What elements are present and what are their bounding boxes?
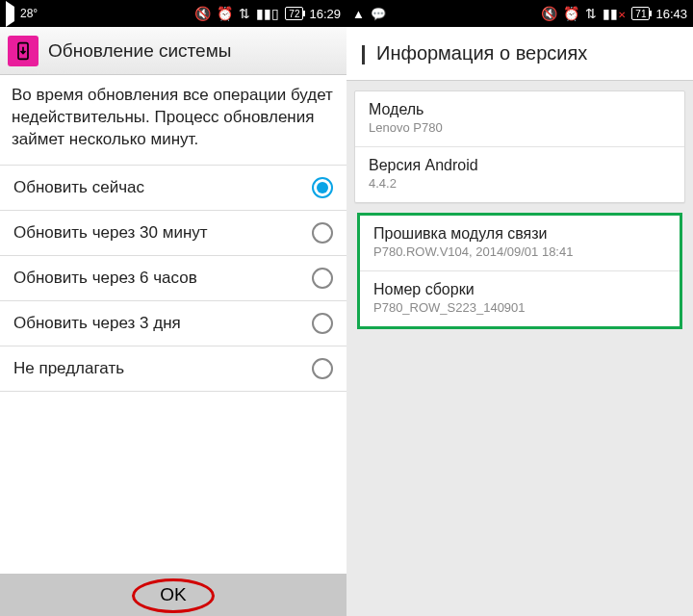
row-label: Прошивка модуля связи (373, 225, 666, 243)
radio-icon (312, 177, 333, 198)
ok-button[interactable]: OK (0, 574, 346, 616)
app-header: Информация о версиях (346, 27, 693, 81)
page-title: Обновление системы (48, 40, 231, 62)
battery-icon: 71 (631, 7, 650, 20)
row-label: Модель (369, 101, 671, 118)
row-baseband[interactable]: Прошивка модуля связи P780.ROW.V104, 201… (360, 216, 680, 271)
option-update-3d[interactable]: Обновить через 3 дня (0, 301, 346, 346)
row-label: Версия Android (369, 157, 671, 174)
alarm-icon: ⏰ (217, 7, 233, 20)
row-android-version[interactable]: Версия Android 4.4.2 (355, 147, 684, 202)
option-label: Обновить через 3 дня (13, 314, 181, 333)
volume-mute-icon: 🔇 (194, 7, 211, 20)
card-group-basic: Модель Lenovo P780 Версия Android 4.4.2 (354, 90, 685, 203)
option-update-6h[interactable]: Обновить через 6 часов (0, 256, 346, 301)
system-update-icon (8, 36, 38, 66)
option-update-30min[interactable]: Обновить через 30 минут (0, 211, 346, 256)
row-value: Lenovo P780 (369, 120, 671, 135)
row-value: P780.ROW.V104, 2014/09/01 18:41 (373, 244, 666, 259)
status-bar: 28° 🔇 ⏰ ⇅ ▮▮▯ 72 16:29 (0, 0, 346, 27)
ok-label: OK (160, 584, 186, 605)
volume-mute-icon: 🔇 (541, 7, 557, 20)
play-icon (6, 7, 14, 21)
highlighted-group: Прошивка модуля связи P780.ROW.V104, 201… (357, 213, 682, 329)
row-build-number[interactable]: Номер сборки P780_ROW_S223_140901 (360, 271, 680, 326)
chevron-left-icon (362, 45, 365, 64)
clock: 16:29 (309, 7, 341, 21)
signal-icon: ▮▮▯ (256, 7, 279, 20)
row-value: 4.4.2 (369, 176, 671, 191)
alarm-icon: ⏰ (563, 7, 579, 20)
clock: 16:43 (655, 7, 687, 21)
phone-left: 28° 🔇 ⏰ ⇅ ▮▮▯ 72 16:29 Обновление систем… (0, 0, 346, 616)
option-label: Обновить сейчас (13, 178, 144, 197)
update-options-list: Обновить сейчас Обновить через 30 минут … (0, 165, 346, 392)
temperature: 28° (20, 7, 38, 20)
intro-text: Во время обновления все операции будет н… (0, 75, 346, 165)
row-value: P780_ROW_S223_140901 (373, 300, 666, 315)
chat-icon: 💬 (371, 7, 386, 21)
radio-icon (312, 222, 333, 244)
warning-icon: ▲ (352, 7, 365, 21)
option-update-now[interactable]: Обновить сейчас (0, 166, 346, 211)
app-header: Обновление системы (0, 27, 346, 75)
radio-icon (312, 313, 333, 334)
page-title: Информация о версиях (376, 42, 587, 64)
option-label: Обновить через 6 часов (13, 269, 197, 288)
wifi-icon: ⇅ (585, 7, 597, 20)
radio-icon (312, 268, 333, 289)
option-dont-offer[interactable]: Не предлагать (0, 346, 346, 392)
signal-icon: ▮▮✕ (603, 7, 626, 20)
wifi-icon: ⇅ (239, 7, 250, 20)
battery-icon: 72 (285, 7, 303, 20)
option-label: Обновить через 30 минут (13, 223, 208, 243)
version-info-list: Модель Lenovo P780 Версия Android 4.4.2 … (346, 81, 693, 348)
phone-right: ▲ 💬 🔇 ⏰ ⇅ ▮▮✕ 71 16:43 Информация о верс… (346, 0, 693, 616)
radio-icon (312, 358, 333, 379)
row-model[interactable]: Модель Lenovo P780 (355, 91, 684, 147)
status-bar: ▲ 💬 🔇 ⏰ ⇅ ▮▮✕ 71 16:43 (346, 0, 693, 27)
option-label: Не предлагать (13, 359, 124, 378)
back-button[interactable] (356, 45, 365, 63)
row-label: Номер сборки (373, 281, 666, 298)
